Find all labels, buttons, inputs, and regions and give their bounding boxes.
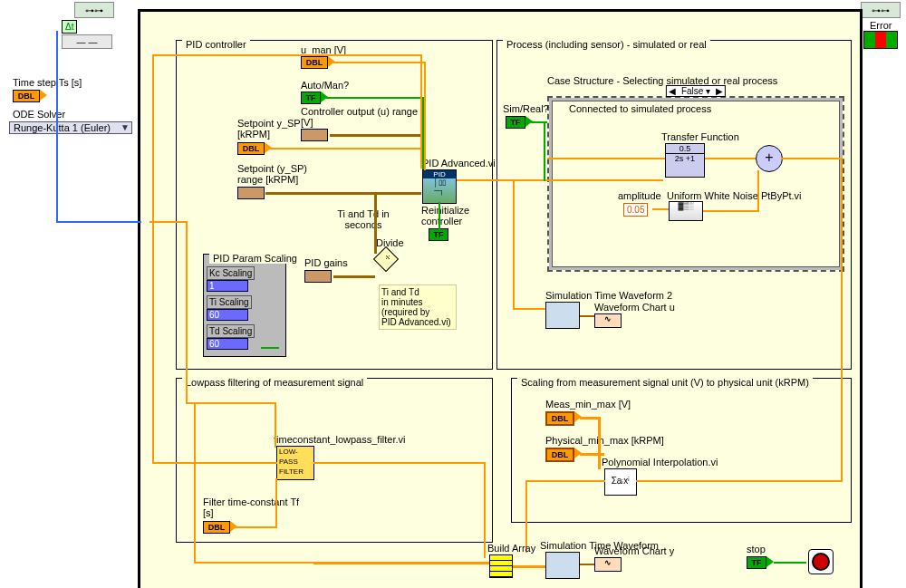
- meas-label: Meas_min_max [V]: [545, 399, 631, 410]
- build-array-icon[interactable]: [489, 554, 513, 578]
- node-connector-icon: — —: [62, 34, 112, 49]
- process-title: Process (including sensor) - simulated o…: [503, 39, 710, 50]
- error-label: Error: [870, 20, 892, 31]
- cluster-pid-gains[interactable]: [304, 270, 332, 283]
- dbl-phys[interactable]: DBL: [545, 448, 574, 462]
- tf-auto-man[interactable]: TF: [301, 92, 321, 104]
- pid-param-title: PID Param Scaling: [209, 253, 301, 264]
- waveform-chart-y-terminal[interactable]: ∿: [594, 557, 622, 572]
- poly-label: Polynomial Interpolation.vi: [602, 457, 718, 468]
- sim-real-label: Sim/Real?: [503, 103, 549, 114]
- pid-panel-title: PID controller: [182, 39, 250, 50]
- loop-input-node-icon[interactable]: ⊶⊶: [74, 2, 114, 18]
- pid-gains-label: PID gains: [304, 257, 348, 268]
- waveform2-label: Simulation Time Waveform 2: [545, 290, 672, 301]
- tf-label: Transfer Function: [661, 131, 739, 142]
- case-title: Case Structure - Selecting simulated or …: [547, 75, 777, 86]
- waveform-chart-u-terminal[interactable]: ∿: [594, 313, 622, 328]
- noise-vi-icon[interactable]: ▓▒░: [669, 201, 703, 221]
- pid-advanced-vi-icon[interactable]: PID│▯▯─┐: [422, 169, 457, 204]
- reinit-label: Reinitialize controller: [421, 205, 476, 227]
- chart-u-label: Waveform Chart u: [594, 302, 675, 313]
- dbl-filter-tf[interactable]: DBL: [203, 521, 230, 534]
- case-selector[interactable]: False ▾: [666, 85, 726, 97]
- dbl-setpoint[interactable]: DBL: [237, 142, 265, 155]
- amplitude-label: amplitude: [618, 190, 661, 201]
- divide-label: Divide: [376, 237, 404, 248]
- filter-tf-label: Filter time-constant Tf [s]: [203, 496, 303, 518]
- delta-t-icon: Δt: [62, 20, 77, 34]
- scaling-title: Scaling from measurement signal unit (V)…: [517, 377, 813, 388]
- kc-value[interactable]: 1: [207, 280, 248, 292]
- error-cluster-icon: [863, 31, 898, 49]
- stop-label: stop: [747, 544, 766, 554]
- sim-time-waveform-icon[interactable]: [545, 552, 580, 579]
- ctrl-out-label: Controller output (u) range [V]: [301, 106, 419, 128]
- auto-man-label: Auto/Man?: [301, 80, 349, 91]
- cluster-ctrl-out[interactable]: [301, 129, 328, 141]
- ti-value[interactable]: 60: [207, 309, 248, 321]
- amplitude-value[interactable]: 0.05: [623, 203, 648, 217]
- case-structure[interactable]: False ▾: [547, 96, 844, 272]
- tf-sim-real[interactable]: TF: [506, 116, 525, 129]
- stop-button-icon[interactable]: [808, 549, 834, 574]
- lowpass-title: Lowpass filtering of measurement signal: [182, 377, 367, 388]
- kc-scaling-label: Kc Scaling: [207, 266, 255, 280]
- inner-case-title: Connected to simulated process: [569, 103, 711, 114]
- chart-y-label: Waveform Chart y: [594, 545, 674, 556]
- time-step-label: Time step Ts [s]: [13, 77, 82, 88]
- minutes-note: Ti and Td in minutes (required by PID Ad…: [379, 284, 457, 330]
- noise-vi-label: Uniform White Noise PtByPt.vi: [667, 190, 802, 201]
- dbl-meas[interactable]: DBL: [545, 411, 574, 426]
- phys-label: Physical_min_max [kRPM]: [545, 435, 664, 446]
- build-array-label: Build Array: [487, 543, 535, 554]
- ti-td-seconds-label: Ti and Td in seconds: [332, 208, 395, 230]
- transfer-function-icon[interactable]: 0.5 2s +1: [665, 143, 705, 178]
- dbl-u-man[interactable]: DBL: [301, 56, 328, 69]
- ode-solver-select[interactable]: Runge-Kutta 1 (Euler): [9, 121, 132, 134]
- sum-node-icon[interactable]: +: [756, 145, 783, 172]
- cluster-setpoint-range[interactable]: [237, 187, 265, 199]
- block-diagram-canvas: ⊶⊶ Δt — — ⊶⊶ Error Time step Ts [s] DBL …: [0, 0, 906, 588]
- pid-vi-label: PID Advanced.vi: [422, 158, 496, 169]
- ti-scaling-label: Ti Scaling: [207, 295, 252, 309]
- tf-reinit[interactable]: TF: [429, 228, 448, 241]
- setpoint-label: Setpoint y_SP [kRPM]: [237, 118, 301, 140]
- dbl-terminal-ts[interactable]: DBL: [13, 90, 40, 102]
- loop-output-node-icon[interactable]: ⊶⊶: [861, 2, 901, 18]
- sim-time-waveform2-icon[interactable]: [545, 302, 580, 329]
- td-scaling-label: Td Scaling: [207, 324, 255, 338]
- td-value[interactable]: 60: [207, 338, 248, 350]
- tf-stop[interactable]: TF: [747, 556, 766, 569]
- lowpass-vi-label: timeconstant_lowpass_filter.vi: [274, 434, 406, 445]
- setpoint-range-label: Setpoint (y_SP) range [kRPM]: [237, 163, 315, 185]
- lowpass-vi-icon[interactable]: LOW-PASSFILTER: [276, 446, 314, 480]
- poly-vi-icon[interactable]: Σaᵢxⁱ: [604, 468, 637, 496]
